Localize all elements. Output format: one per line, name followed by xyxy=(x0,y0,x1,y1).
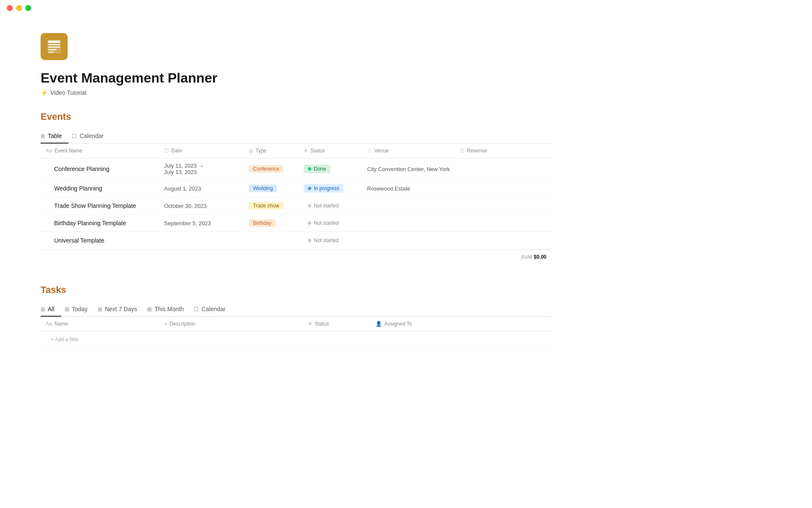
sum-label: SUM xyxy=(521,254,534,260)
tasks-header-row: Aa Name ≡ Description ✳ Status xyxy=(41,317,551,331)
tab-thismonth[interactable]: ⊞ This Month xyxy=(147,302,190,317)
tasks-col-assigned: 👤 Assigned To xyxy=(370,317,455,331)
tasks-col-desc: ≡ Description xyxy=(159,317,303,331)
col-status: ✳ Status xyxy=(299,144,362,158)
tab-table[interactable]: ⊞ Table xyxy=(41,129,69,144)
revenue-sum-row: SUM $0.00 xyxy=(41,249,551,264)
calendar-col-icon: ☐ xyxy=(164,148,169,154)
events-tabs: ⊞ Table ☐ Calendar xyxy=(41,129,551,144)
table-row[interactable]: Wedding PlanningAugust 1, 2023Wedding In… xyxy=(41,180,551,197)
person-icon: 👤 xyxy=(376,321,382,327)
main-content: Event Management Planner ⚡ Video Tutoria… xyxy=(0,16,592,364)
table-row[interactable]: Birthday Planning TemplateSeptember 5, 2… xyxy=(41,215,551,232)
event-revenue-cell xyxy=(455,197,506,215)
tab-all[interactable]: ⊞ All xyxy=(41,302,61,317)
col-venue: ♡ Venue xyxy=(362,144,455,158)
type-icon: ◎ xyxy=(249,148,253,154)
status-dot xyxy=(308,167,311,171)
event-date-cell: September 5, 2023 xyxy=(159,215,244,232)
app-icon xyxy=(41,33,68,60)
event-name-cell: Conference Planning xyxy=(41,158,159,180)
event-venue-cell xyxy=(362,232,455,249)
window-chrome xyxy=(0,0,812,16)
status-badge: In progress xyxy=(304,184,343,193)
video-tutorial-link[interactable]: ⚡ Video Tutorial xyxy=(41,89,551,96)
event-name-cell: Trade Show Planning Template xyxy=(41,197,159,215)
tasks-section-title: Tasks xyxy=(41,284,551,295)
event-name: Conference Planning xyxy=(46,166,110,172)
video-tutorial-label: Video Tutorial xyxy=(50,89,86,96)
tab-all-label: All xyxy=(48,306,55,312)
col-event-name: Aa Event Name xyxy=(41,144,159,158)
event-date-cell: August 1, 2023 xyxy=(159,180,244,197)
events-section: Events ⊞ Table ☐ Calendar Aa Event Name xyxy=(41,111,551,264)
bolt-icon: ⚡ xyxy=(41,89,48,96)
tab-thismonth-label: This Month xyxy=(154,306,184,312)
table-row[interactable]: Universal Template Not started xyxy=(41,232,551,249)
event-venue-cell: City Convention Center, New York xyxy=(362,158,455,180)
event-revenue-cell xyxy=(455,158,506,180)
event-name-cell: Birthday Planning Template xyxy=(41,215,159,232)
event-name-cell: Wedding Planning xyxy=(41,180,159,197)
status-dot xyxy=(308,221,311,225)
event-name: Trade Show Planning Template xyxy=(46,202,136,209)
svg-rect-3 xyxy=(48,47,60,48)
event-extra-cell xyxy=(506,215,551,232)
tab-next7days-label: Next 7 Days xyxy=(105,306,137,312)
col-extra xyxy=(506,144,551,158)
svg-rect-5 xyxy=(48,52,54,53)
status-badge: Not started xyxy=(304,202,343,210)
tab-next7days[interactable]: ⊞ Next 7 Days xyxy=(98,302,144,317)
event-extra-cell xyxy=(506,232,551,249)
event-status-cell: Done xyxy=(299,158,362,180)
thismonth-table-icon: ⊞ xyxy=(147,306,152,312)
tab-calendar-label: Calendar xyxy=(80,133,104,139)
event-name: Universal Template xyxy=(46,237,104,244)
event-venue-cell xyxy=(362,215,455,232)
col-type: ◎ Type xyxy=(244,144,299,158)
event-type-cell: Conference xyxy=(244,158,299,180)
status-badge: Done xyxy=(304,165,330,173)
tasks-section: Tasks ⊞ All ⊞ Today ⊞ Next 7 Days ⊞ This… xyxy=(41,284,551,347)
tab-tasks-calendar[interactable]: ☐ Calendar xyxy=(194,302,232,317)
event-revenue-cell xyxy=(455,215,506,232)
close-button[interactable] xyxy=(7,5,13,11)
event-venue-cell xyxy=(362,197,455,215)
col-revenue: ⬡ Revenue xyxy=(455,144,506,158)
tab-calendar[interactable]: ☐ Calendar xyxy=(72,129,110,144)
event-extra-cell xyxy=(506,158,551,180)
event-status-cell: In progress xyxy=(299,180,362,197)
event-revenue-cell xyxy=(455,180,506,197)
revenue-icon: ⬡ xyxy=(460,148,464,154)
event-name-cell: Universal Template xyxy=(41,232,159,249)
tasks-tabs: ⊞ All ⊞ Today ⊞ Next 7 Days ⊞ This Month… xyxy=(41,302,551,317)
tasks-calendar-icon: ☐ xyxy=(194,306,199,312)
table-row[interactable]: Trade Show Planning TemplateOctober 30, … xyxy=(41,197,551,215)
maximize-button[interactable] xyxy=(25,5,31,11)
event-type-cell: Birthday xyxy=(244,215,299,232)
minimize-button[interactable] xyxy=(16,5,22,11)
tab-table-label: Table xyxy=(48,133,62,139)
tab-today-label: Today xyxy=(72,306,88,312)
filter-hint[interactable]: + Add a filter xyxy=(46,333,84,346)
type-badge: Conference xyxy=(249,165,283,173)
table-row[interactable]: Conference PlanningJuly 11, 2023 →July 1… xyxy=(41,158,551,180)
event-type-cell xyxy=(244,232,299,249)
type-badge: Trade show xyxy=(249,202,283,210)
desc-icon: ≡ xyxy=(164,321,167,327)
tab-today[interactable]: ⊞ Today xyxy=(65,302,94,317)
event-date-cell: October 30, 2023 xyxy=(159,197,244,215)
svg-rect-4 xyxy=(48,49,57,50)
status-badge: Not started xyxy=(304,236,343,245)
status-badge: Not started xyxy=(304,219,343,227)
event-name: Birthday Planning Template xyxy=(46,220,126,226)
next7days-table-icon: ⊞ xyxy=(98,306,102,312)
status-dot xyxy=(308,204,311,207)
tasks-status-icon: ✳ xyxy=(308,321,312,327)
events-section-title: Events xyxy=(41,111,551,122)
table-icon: ⊞ xyxy=(41,133,45,139)
table-header-row: Aa Event Name ☐ Date ◎ Type xyxy=(41,144,551,158)
events-table: Aa Event Name ☐ Date ◎ Type xyxy=(41,144,551,249)
status-dot xyxy=(308,239,311,242)
svg-rect-1 xyxy=(48,41,60,43)
